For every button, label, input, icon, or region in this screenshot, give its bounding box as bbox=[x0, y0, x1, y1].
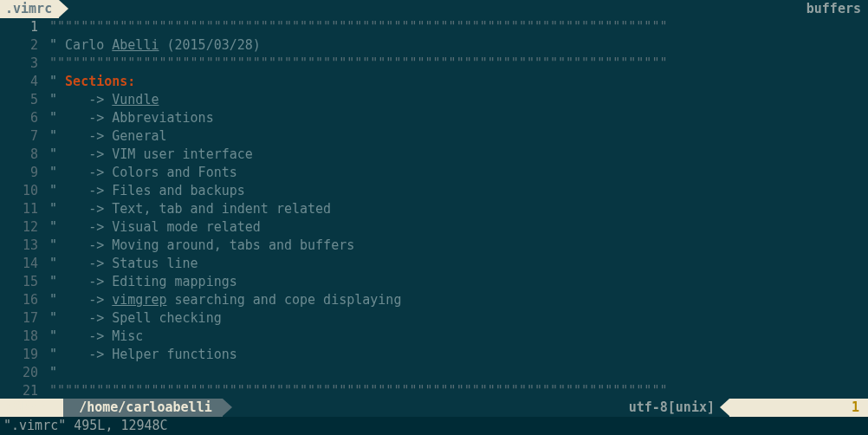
line-number: 4 bbox=[0, 73, 42, 91]
code-line: """"""""""""""""""""""""""""""""""""""""… bbox=[42, 55, 868, 73]
line-number: 20 bbox=[0, 364, 42, 382]
code-row[interactable]: 12 " -> Visual mode related bbox=[0, 218, 868, 237]
section-link-vundle: Vundle bbox=[112, 92, 159, 107]
code-line: " Sections: bbox=[42, 73, 868, 91]
code-line: " bbox=[42, 364, 868, 382]
code-row[interactable]: 11 " -> Text, tab and indent related bbox=[0, 200, 868, 218]
status-position: 1 bbox=[729, 399, 868, 417]
code-line: " -> Vundle bbox=[42, 91, 868, 109]
line-number: 6 bbox=[0, 109, 42, 127]
status-fill: utf-8[unix] bbox=[223, 399, 720, 417]
code-row[interactable]: 7 " -> General bbox=[0, 127, 868, 146]
code-row[interactable]: 19 " -> Helper functions bbox=[0, 346, 868, 364]
line-number: 11 bbox=[0, 200, 42, 218]
code-line: " -> Text, tab and indent related bbox=[42, 200, 868, 218]
code-line: " -> Visual mode related bbox=[42, 218, 868, 237]
tab-bar-right: buffers bbox=[806, 0, 868, 18]
code-row[interactable]: 3 """"""""""""""""""""""""""""""""""""""… bbox=[0, 55, 868, 73]
code-row[interactable]: 15 " -> Editing mappings bbox=[0, 273, 868, 291]
code-line: " -> Colors and Fonts bbox=[42, 164, 868, 182]
code-area[interactable]: 1 """"""""""""""""""""""""""""""""""""""… bbox=[0, 18, 868, 400]
code-line: """"""""""""""""""""""""""""""""""""""""… bbox=[42, 382, 868, 400]
line-number: 14 bbox=[0, 255, 42, 273]
code-line: " -> Misc bbox=[42, 328, 868, 346]
line-number: 8 bbox=[0, 146, 42, 164]
command-line[interactable]: ".vimrc" 495L, 12948C bbox=[0, 417, 868, 435]
code-line: " -> Status line bbox=[42, 255, 868, 273]
line-number: 16 bbox=[0, 291, 42, 309]
code-line: " Carlo Abelli (2015/03/28) bbox=[42, 36, 868, 55]
code-row[interactable]: 17 " -> Spell checking bbox=[0, 309, 868, 328]
tab-label: .vimrc bbox=[5, 0, 52, 18]
line-number: 2 bbox=[0, 36, 42, 55]
code-row[interactable]: 21 """""""""""""""""""""""""""""""""""""… bbox=[0, 382, 868, 400]
code-row[interactable]: 10 " -> Files and backups bbox=[0, 182, 868, 200]
line-number: 21 bbox=[0, 382, 42, 400]
code-row[interactable]: 20 " bbox=[0, 364, 868, 382]
tab-bar-fill bbox=[59, 0, 806, 18]
code-row[interactable]: 2 " Carlo Abelli (2015/03/28) bbox=[0, 36, 868, 55]
code-row[interactable]: 18 " -> Misc bbox=[0, 328, 868, 346]
column-number: 1 bbox=[852, 399, 859, 417]
code-row[interactable]: 1 """"""""""""""""""""""""""""""""""""""… bbox=[0, 18, 868, 36]
code-line: " -> Spell checking bbox=[42, 309, 868, 328]
vim-editor[interactable]: .vimrc buffers 1 """""""""""""""""""""""… bbox=[0, 0, 868, 435]
tab-bar: .vimrc buffers bbox=[0, 0, 868, 18]
status-line: NORMAL /home/carloabelli utf-8[unix] 1 bbox=[0, 399, 868, 417]
code-line: " -> VIM user interface bbox=[42, 146, 868, 164]
command-text: ".vimrc" 495L, 12948C bbox=[3, 417, 168, 435]
code-line: " -> General bbox=[42, 127, 868, 146]
code-row[interactable]: 4 " Sections: bbox=[0, 73, 868, 91]
status-path: /home/carloabelli bbox=[63, 399, 223, 417]
line-number: 7 bbox=[0, 127, 42, 146]
code-line: " -> Helper functions bbox=[42, 346, 868, 364]
code-row[interactable]: 6 " -> Abbreviations bbox=[0, 109, 868, 127]
code-row[interactable]: 13 " -> Moving around, tabs and buffers bbox=[0, 237, 868, 255]
code-row[interactable]: 16 " -> vimgrep searching and cope displ… bbox=[0, 291, 868, 309]
line-number: 10 bbox=[0, 182, 42, 200]
author-name: Abelli bbox=[112, 37, 159, 53]
mode-indicator: NORMAL bbox=[0, 399, 63, 417]
line-number: 12 bbox=[0, 218, 42, 237]
line-number: 19 bbox=[0, 346, 42, 364]
line-number: 9 bbox=[0, 164, 42, 182]
line-number: 18 bbox=[0, 328, 42, 346]
line-number: 15 bbox=[0, 273, 42, 291]
line-number: 13 bbox=[0, 237, 42, 255]
code-row[interactable]: 8 " -> VIM user interface bbox=[0, 146, 868, 164]
line-number: 3 bbox=[0, 55, 42, 73]
code-line: " -> vimgrep searching and cope displayi… bbox=[42, 291, 868, 309]
code-row[interactable]: 9 " -> Colors and Fonts bbox=[0, 164, 868, 182]
buffers-label: buffers bbox=[806, 0, 861, 18]
line-number: 17 bbox=[0, 309, 42, 328]
code-row[interactable]: 14 " -> Status line bbox=[0, 255, 868, 273]
code-line: " -> Moving around, tabs and buffers bbox=[42, 237, 868, 255]
line-number: 1 bbox=[0, 18, 42, 36]
section-link-vimgrep: vimgrep bbox=[112, 292, 166, 308]
code-row[interactable]: 5 " -> Vundle bbox=[0, 91, 868, 109]
code-line: " -> Editing mappings bbox=[42, 273, 868, 291]
code-line: " -> Files and backups bbox=[42, 182, 868, 200]
line-number: 5 bbox=[0, 91, 42, 109]
code-line: " -> Abbreviations bbox=[42, 109, 868, 127]
code-line: """"""""""""""""""""""""""""""""""""""""… bbox=[42, 18, 868, 36]
tab-active[interactable]: .vimrc bbox=[0, 0, 59, 18]
status-encoding: utf-8[unix] bbox=[629, 399, 720, 417]
sections-header: Sections: bbox=[65, 74, 135, 89]
